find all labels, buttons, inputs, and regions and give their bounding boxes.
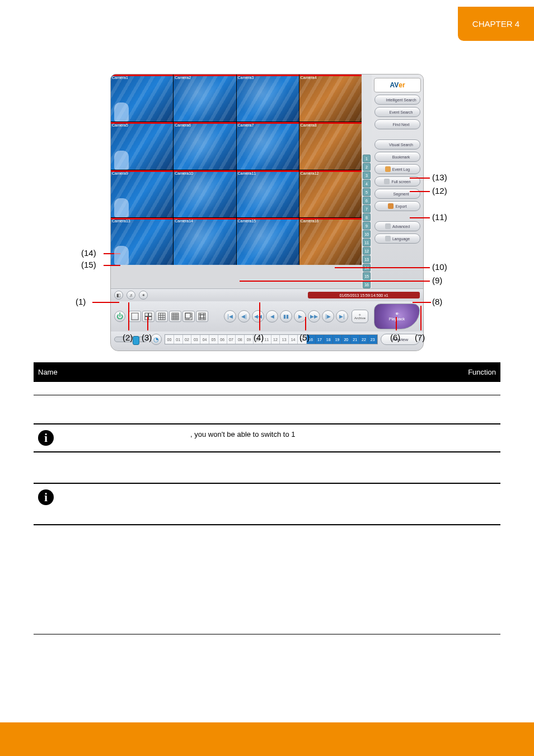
begin-button[interactable]: |◀ [224,310,236,323]
cam-id-16[interactable]: 16 [363,281,371,288]
full-screen-button[interactable]: Full screen [374,176,420,186]
table-row [34,634,500,637]
camera-4[interactable]: Camera4 [299,74,362,122]
svg-rect-4 [149,317,152,320]
cam-id-2[interactable]: 2 [363,163,371,171]
split-1[interactable] [129,311,141,322]
svg-rect-24 [200,315,204,318]
camera-12[interactable]: Camera12 [299,170,362,217]
next-button[interactable]: |▶ [322,310,334,323]
table-row [34,382,500,395]
find-next-button[interactable]: Find Next [374,119,420,129]
cam-id-11[interactable]: 11 [363,239,371,246]
camera-16[interactable]: Camera16 [299,218,362,265]
page-number: 86 [0,708,534,717]
camera-9[interactable]: Camera9 [111,170,173,217]
exit-button[interactable]: ⏻ [114,311,125,322]
date-button[interactable]: ◔ [151,334,162,345]
mode-switch[interactable]: 👁 Playback [374,304,420,329]
cam-id-7[interactable]: 7 [363,205,371,213]
split-9[interactable] [156,311,168,322]
cam-id-14[interactable]: 14 [363,264,371,272]
rewind-button[interactable]: ◀◀ [252,310,264,323]
note-block: i [34,483,500,525]
svg-rect-3 [145,317,148,320]
cam-id-9[interactable]: 9 [363,222,371,230]
status-bar: 01/05/2013 15:59:14:500 x1 [308,292,420,298]
slower-button[interactable]: ◀ [266,310,278,323]
camera-13[interactable]: Camera13 [111,218,173,265]
prev-button[interactable]: ◀| [238,310,250,323]
cam-id-10[interactable]: 10 [363,230,371,238]
cam-id-5[interactable]: 5 [363,188,371,196]
camera-1[interactable]: Camera1 [111,74,173,122]
end-button[interactable]: ▶| [336,310,348,323]
cam-id-4[interactable]: 4 [363,180,371,188]
chapter-tab: CHAPTER 4 [458,7,534,41]
event-log-button[interactable]: Event Log [374,164,420,174]
camera-8[interactable]: Camera8 [299,122,362,169]
note-block: i , you won't be able to switch to 1 [34,423,500,452]
camera-7[interactable]: Camera7 [237,122,299,169]
camera-10[interactable]: Camera10 [174,170,236,217]
svg-rect-0 [132,313,138,320]
dvr-window: Camera1 Camera2 Camera3 Camera4 Camera5 … [110,74,424,351]
function-table: Name Function i , you won't be able to s… [34,362,500,637]
language-button[interactable]: Language [374,234,420,244]
audio-button[interactable]: ♬ [127,291,135,300]
split-4[interactable] [142,311,154,322]
callout-13: (13) [432,172,447,182]
camera-14[interactable]: Camera14 [174,218,236,265]
play-button[interactable]: ▶ [294,310,306,323]
segment-button[interactable]: Segment [374,189,420,199]
cam-id-6[interactable]: 6 [363,197,371,204]
split-mode-row [129,311,208,322]
playback-ui-figure: Camera1 Camera2 Camera3 Camera4 Camera5 … [65,74,469,351]
pause-button[interactable]: ▮▮ [280,310,292,323]
cam-id-1[interactable]: 1 [363,155,371,162]
intelligent-search-button[interactable]: Intelligent Search [374,95,420,105]
split-13[interactable] [196,311,208,322]
cam-id-13[interactable]: 13 [363,255,371,263]
table-row [34,395,500,421]
svg-rect-2 [149,313,152,316]
callout-1: (1) [76,297,86,306]
callout-12: (12) [432,186,447,195]
info-icon: i [38,489,54,505]
export-button[interactable]: Export [374,201,420,211]
camera-5[interactable]: Camera5 [111,122,173,169]
watermark-button[interactable]: ✶ [139,291,148,300]
visual-search-button[interactable]: Visual Search [374,139,420,150]
progress-bar[interactable] [114,337,148,342]
camera-11[interactable]: Camera11 [237,170,299,217]
right-panel: AVer Intelligent Search Event Search Fin… [372,74,423,288]
cam-id-8[interactable]: 8 [363,213,371,221]
split-16[interactable] [169,311,181,322]
camera-id-strip: 1 2 3 4 5 6 7 8 9 10 11 12 13 14 15 16 [362,74,372,288]
cam-id-15[interactable]: 15 [363,272,371,280]
callout-9: (9) [432,276,442,285]
archive-button[interactable]: ⎆Archive [352,310,368,323]
table-row [34,455,500,480]
cam-id-12[interactable]: 12 [363,247,371,255]
split-8[interactable] [182,311,195,322]
svg-rect-23 [199,313,205,320]
camera-15[interactable]: Camera15 [237,218,299,265]
note-text: , you won't be able to switch to 1 [190,430,295,438]
cam-id-3[interactable]: 3 [363,171,371,179]
camera-2[interactable]: Camera2 [174,74,236,122]
advanced-button[interactable]: Advanced [374,221,420,231]
col-function: Function [67,362,500,382]
preview-mode-button[interactable]: Preview [381,334,420,345]
bookmark-button[interactable]: Bookmark [374,152,420,162]
deinterlace-button[interactable]: ◧ [114,291,123,300]
svg-rect-5 [158,313,165,320]
hour-bar[interactable]: 0001020304050607080910111213141516171819… [165,334,378,344]
camera-6[interactable]: Camera6 [174,122,236,169]
table-row [34,528,500,634]
callout-14: (14) [81,248,96,258]
callout-8: (8) [432,297,442,306]
faster-button[interactable]: ▶▶ [308,310,320,323]
camera-3[interactable]: Camera3 [237,74,299,122]
event-search-button[interactable]: Event Search [374,107,420,117]
